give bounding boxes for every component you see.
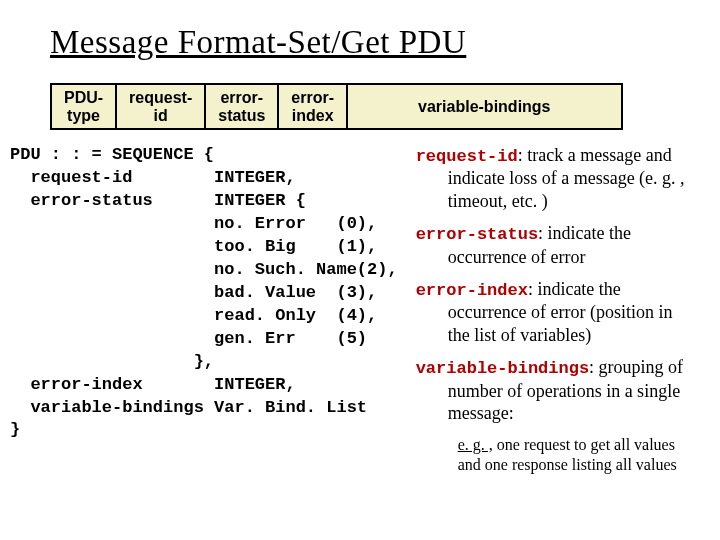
asn-definition: PDU : : = SEQUENCE { request-id INTEGER,… — [10, 144, 398, 442]
keyword: error-status — [416, 225, 538, 244]
content-columns: PDU : : = SEQUENCE { request-id INTEGER,… — [50, 144, 696, 475]
description-column: request-id: track a message and indicate… — [416, 144, 696, 475]
cell-line: request- — [129, 89, 192, 106]
cell-line: error- — [291, 89, 334, 106]
slide-title: Message Format-Set/Get PDU — [50, 24, 696, 61]
example-lead: e. g. , — [458, 436, 493, 453]
keyword: variable-bindings — [416, 359, 589, 378]
desc-request-id: request-id: track a message and indicate… — [416, 144, 696, 212]
cell-line: status — [218, 107, 265, 124]
pdu-cell-request-id: request- id — [116, 84, 205, 129]
slide: Message Format-Set/Get PDU PDU- type req… — [0, 0, 720, 540]
desc-error-index: error-index: indicate the occurrence of … — [416, 278, 696, 346]
pdu-cell-error-status: error- status — [205, 84, 278, 129]
cell-line: id — [154, 107, 168, 124]
pdu-cell-variable-bindings: variable-bindings — [347, 84, 621, 129]
cell-line: index — [292, 107, 334, 124]
desc-error-status: error-status: indicate the occurrence of… — [416, 222, 696, 268]
cell-line: variable-bindings — [418, 98, 550, 115]
table-row: PDU- type request- id error- status erro… — [51, 84, 622, 129]
pdu-cell-type: PDU- type — [51, 84, 116, 129]
asn-column: PDU : : = SEQUENCE { request-id INTEGER,… — [50, 144, 398, 442]
keyword: request-id — [416, 147, 518, 166]
pdu-cell-error-index: error- index — [278, 84, 347, 129]
pdu-structure-table: PDU- type request- id error- status erro… — [50, 83, 623, 130]
cell-line: type — [67, 107, 100, 124]
desc-variable-bindings: variable-bindings: grouping of number of… — [416, 356, 696, 424]
description-list: request-id: track a message and indicate… — [416, 144, 696, 475]
cell-line: PDU- — [64, 89, 103, 106]
cell-line: error- — [220, 89, 263, 106]
desc-sub-example: e. g. , one request to get all values an… — [416, 435, 696, 475]
keyword: error-index — [416, 281, 528, 300]
